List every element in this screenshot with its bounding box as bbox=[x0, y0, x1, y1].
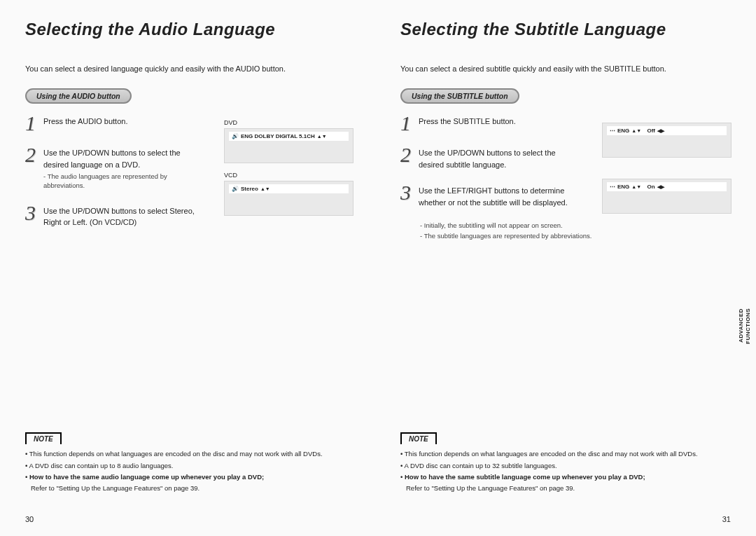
note-bold: How to have the same subtitle language c… bbox=[405, 473, 645, 481]
step-text: Use the LEFT/RIGHT buttons to determine … bbox=[419, 183, 580, 208]
notes-block-left: NOTE This function depends on what langu… bbox=[25, 432, 353, 494]
note-label: NOTE bbox=[400, 432, 437, 444]
note-item: This function depends on what languages … bbox=[25, 448, 353, 460]
note-item: How to have the same audio language come… bbox=[25, 472, 353, 494]
osd-preview-sub-on: ⋯ ENG On bbox=[602, 179, 732, 214]
intro-text-right: You can select a desired subtitle quickl… bbox=[400, 64, 731, 73]
page-spread: Selecting the Audio Language You can sel… bbox=[0, 0, 756, 536]
step-text: Press the AUDIO button. bbox=[43, 114, 127, 128]
step-number: 1 bbox=[400, 114, 419, 132]
note-item: A DVD disc can contain up to 32 subtitle… bbox=[400, 460, 731, 472]
step-number: 2 bbox=[400, 145, 419, 164]
step-number: 2 bbox=[25, 145, 43, 164]
note-list: This function depends on what languages … bbox=[25, 448, 353, 494]
speaker-icon: 🔊 bbox=[232, 133, 239, 139]
step-text-body: Use the UP/DOWN buttons to select the de… bbox=[43, 149, 181, 169]
step-number: 1 bbox=[25, 114, 43, 132]
note-ref: Refer to "Setting Up the Language Featur… bbox=[25, 483, 353, 494]
note-item: How to have the same subtitle language c… bbox=[400, 472, 731, 494]
updown-arrows-icon bbox=[317, 133, 327, 139]
page-title-left: Selecting the Audio Language bbox=[25, 20, 356, 39]
figure-column-right: ⋯ ENG Off ⋯ ENG On bbox=[602, 123, 735, 222]
page-number-right: 31 bbox=[722, 515, 731, 523]
osd-bar-state: On bbox=[647, 184, 654, 190]
osd-bar: 🔊 ENG DOLBY DIGITAL 5.1CH bbox=[229, 132, 349, 141]
figure-label-dvd: DVD bbox=[224, 119, 357, 126]
step-number: 3 bbox=[400, 183, 419, 202]
figure-column-left: DVD 🔊 ENG DOLBY DIGITAL 5.1CH VCD 🔊 Ster… bbox=[224, 119, 357, 224]
note-bold: How to have the same audio language come… bbox=[29, 473, 264, 481]
step-subnote: - The audio languages are represented by… bbox=[43, 172, 204, 191]
osd-bar: 🔊 Stereo bbox=[229, 184, 349, 193]
note-item: A DVD disc can contain up to 8 audio lan… bbox=[25, 460, 353, 472]
step-text: Use the UP/DOWN buttons to select the de… bbox=[419, 145, 580, 170]
step-text: Use the UP/DOWN buttons to select Stereo… bbox=[43, 203, 204, 228]
speaker-icon: 🔊 bbox=[232, 186, 239, 192]
step-number: 3 bbox=[25, 203, 43, 222]
osd-preview-vcd: 🔊 Stereo bbox=[224, 181, 354, 216]
note-ref: Refer to "Setting Up the Language Featur… bbox=[400, 483, 731, 494]
page-number-left: 30 bbox=[25, 515, 34, 523]
page-right: Selecting the Subtitle Language You can … bbox=[378, 0, 756, 536]
step-text: Press the SUBTITLE button. bbox=[419, 114, 516, 128]
note-list: This function depends on what languages … bbox=[400, 448, 731, 494]
osd-bar-lang: ENG bbox=[617, 128, 629, 134]
page-title-right: Selecting the Subtitle Language bbox=[400, 20, 731, 39]
osd-bar-text: ENG DOLBY DIGITAL 5.1CH bbox=[241, 133, 315, 139]
osd-bar: ⋯ ENG On bbox=[607, 182, 727, 191]
step-text: Use the UP/DOWN buttons to select the de… bbox=[43, 145, 204, 191]
chapter-tab-label: ADVANCED FUNCTIONS bbox=[738, 294, 751, 357]
leftright-arrows-icon bbox=[657, 184, 664, 190]
chapter-tab: ADVANCED FUNCTIONS bbox=[734, 294, 756, 357]
updown-arrows-icon bbox=[631, 128, 641, 134]
note-label: NOTE bbox=[25, 432, 62, 444]
notes-block-right: NOTE This function depends on what langu… bbox=[400, 432, 731, 494]
updown-arrows-icon bbox=[631, 184, 641, 190]
page-left: Selecting the Audio Language You can sel… bbox=[0, 0, 378, 536]
intro-text-left: You can select a desired language quickl… bbox=[25, 64, 356, 73]
section-pill-subtitle: Using the SUBTITLE button bbox=[400, 88, 519, 104]
subtitle-icon: ⋯ bbox=[610, 184, 615, 190]
note-item: This function depends on what languages … bbox=[400, 448, 731, 460]
updown-arrows-icon bbox=[260, 186, 270, 192]
osd-bar-lang: ENG bbox=[617, 184, 629, 190]
leftright-arrows-icon bbox=[657, 128, 664, 134]
osd-bar-text: Stereo bbox=[241, 186, 258, 192]
osd-preview-sub-off: ⋯ ENG Off bbox=[602, 123, 732, 158]
osd-preview-dvd: 🔊 ENG DOLBY DIGITAL 5.1CH bbox=[224, 128, 354, 163]
osd-bar: ⋯ ENG Off bbox=[607, 126, 727, 135]
figure-label-vcd: VCD bbox=[224, 172, 357, 179]
step-subnote: - The subtitle languages are represented… bbox=[420, 231, 731, 240]
section-pill-audio: Using the AUDIO button bbox=[25, 88, 132, 104]
subtitle-icon: ⋯ bbox=[610, 128, 615, 134]
osd-bar-state: Off bbox=[647, 128, 655, 134]
